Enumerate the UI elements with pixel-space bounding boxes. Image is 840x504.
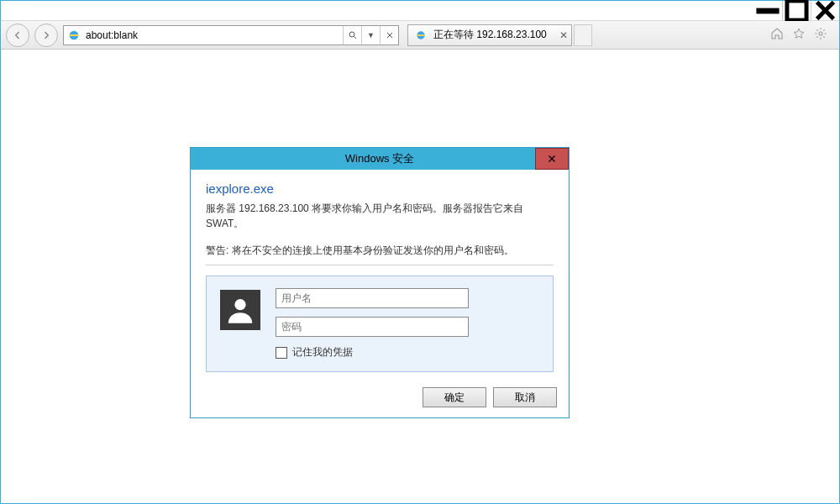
- checkbox-icon: [276, 347, 287, 359]
- toolbar-icons: [764, 27, 834, 44]
- dialog-message: 服务器 192.168.23.100 将要求你输入用户名和密码。服务器报告它来自…: [206, 201, 554, 231]
- dialog-buttons: 确定 取消: [191, 381, 569, 417]
- maximize-button[interactable]: [782, 1, 811, 20]
- minimize-button[interactable]: [753, 1, 782, 20]
- settings-icon[interactable]: [814, 27, 827, 44]
- search-button[interactable]: [343, 26, 361, 45]
- navigation-bar: ▼ 正在等待 192.168.23.100 ✕: [1, 21, 839, 50]
- svg-rect-1: [787, 1, 806, 20]
- ie-logo-icon: [67, 29, 81, 42]
- password-input[interactable]: [276, 317, 469, 337]
- credential-fields: 记住我的凭据: [276, 288, 469, 360]
- close-icon: [385, 30, 395, 40]
- ie-logo-icon: [415, 29, 427, 41]
- dialog-app-name: iexplore.exe: [206, 181, 554, 196]
- new-tab-button[interactable]: [574, 24, 592, 46]
- user-avatar-icon: [220, 290, 260, 330]
- dialog-body: iexplore.exe 服务器 192.168.23.100 将要求你输入用户…: [191, 170, 569, 381]
- divider: [206, 265, 554, 265]
- tab[interactable]: 正在等待 192.168.23.100 ✕: [407, 24, 572, 46]
- remember-checkbox-row[interactable]: 记住我的凭据: [276, 345, 469, 360]
- forward-button[interactable]: [34, 24, 58, 47]
- browser-window: ▼ 正在等待 192.168.23.100 ✕ Windows 安全: [0, 0, 840, 504]
- tab-strip: 正在等待 192.168.23.100 ✕: [407, 24, 759, 46]
- close-icon: [547, 154, 557, 164]
- tab-close-button[interactable]: ✕: [559, 29, 568, 41]
- cancel-button[interactable]: 取消: [493, 387, 557, 407]
- credentials-dialog: Windows 安全 iexplore.exe 服务器 192.168.23.1…: [190, 147, 570, 418]
- credentials-panel: 记住我的凭据: [206, 276, 554, 372]
- svg-point-5: [349, 32, 354, 37]
- tab-label: 正在等待 192.168.23.100: [433, 28, 556, 42]
- favorites-icon[interactable]: [792, 27, 806, 44]
- search-icon: [348, 30, 358, 40]
- arrow-right-icon: [40, 29, 52, 41]
- home-icon[interactable]: [770, 27, 784, 44]
- arrow-left-icon: [12, 29, 24, 41]
- window-controls: [1, 1, 839, 21]
- remember-label: 记住我的凭据: [292, 345, 353, 360]
- page-content: Windows 安全 iexplore.exe 服务器 192.168.23.1…: [1, 50, 839, 503]
- stop-button[interactable]: [380, 26, 398, 45]
- url-input[interactable]: [84, 26, 343, 45]
- svg-point-10: [819, 32, 822, 35]
- svg-line-6: [354, 36, 356, 39]
- dialog-titlebar[interactable]: Windows 安全: [191, 148, 569, 170]
- ok-button[interactable]: 确定: [423, 387, 486, 407]
- username-input[interactable]: [276, 288, 469, 308]
- address-bar[interactable]: ▼: [63, 25, 399, 45]
- back-button[interactable]: [6, 24, 29, 47]
- dialog-close-button[interactable]: [535, 148, 569, 170]
- window-close-button[interactable]: [811, 1, 839, 20]
- dialog-title: Windows 安全: [345, 151, 414, 166]
- addr-dropdown[interactable]: ▼: [361, 26, 380, 45]
- dialog-warning: 警告: 将在不安全的连接上使用基本身份验证发送你的用户名和密码。: [206, 243, 554, 258]
- svg-point-13: [234, 299, 245, 310]
